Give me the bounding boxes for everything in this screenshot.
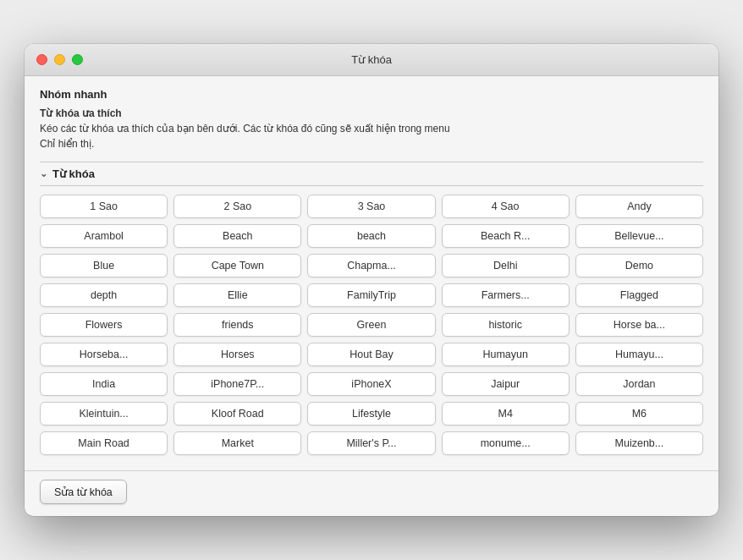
keyword-tag[interactable]: Cape Town <box>173 254 301 277</box>
keyword-tag[interactable]: beach <box>307 224 435 248</box>
keyword-tag[interactable]: Horses <box>173 343 301 366</box>
close-button[interactable] <box>36 54 47 65</box>
keyword-tag[interactable]: Horse ba... <box>575 313 703 337</box>
keyword-tag[interactable]: iPhoneX <box>307 372 435 396</box>
keyword-tag[interactable]: Demo <box>575 254 703 277</box>
keyword-tag[interactable]: FamilyTrip <box>307 283 435 307</box>
keyword-tag[interactable]: Market <box>173 431 301 455</box>
keyword-tag[interactable]: 3 Sao <box>307 195 435 218</box>
keyword-tag[interactable]: Ellie <box>173 283 301 307</box>
keyword-tag[interactable]: Chapma... <box>307 254 435 277</box>
content-area: Nhóm nhanh Từ khóa ưa thích Kéo các từ k… <box>25 76 718 470</box>
keyword-tag[interactable]: Green <box>307 313 435 337</box>
keyword-tag[interactable]: friends <box>173 313 301 337</box>
description-body: Kéo các từ khóa ưa thích của bạn bên dướ… <box>40 123 450 150</box>
keyword-tag[interactable]: Horseba... <box>40 343 168 366</box>
keywords-grid: 1 Sao2 Sao3 Sao4 SaoAndyArambolBeachbeac… <box>40 195 703 458</box>
window-title: Từ khóa <box>351 53 392 66</box>
keyword-tag[interactable]: Jordan <box>575 372 703 396</box>
keyword-tag[interactable]: India <box>40 372 168 396</box>
keyword-tag[interactable]: Lifestyle <box>307 402 435 425</box>
titlebar: Từ khóa <box>25 44 718 76</box>
keyword-tag[interactable]: Beach <box>173 224 301 248</box>
chevron-down-icon: ⌄ <box>40 168 47 179</box>
keyword-tag[interactable]: Flagged <box>575 283 703 307</box>
main-window: Từ khóa Nhóm nhanh Từ khóa ưa thích Kéo … <box>25 44 718 516</box>
minimize-button[interactable] <box>54 54 65 65</box>
group-label: Từ khóa <box>52 167 95 180</box>
keyword-tag[interactable]: Humayu... <box>575 343 703 366</box>
keyword-tag[interactable]: Muizenb... <box>575 431 703 455</box>
keyword-tag[interactable]: 1 Sao <box>40 195 168 218</box>
keyword-group-header: ⌄ Từ khóa <box>40 162 703 186</box>
section-header: Nhóm nhanh <box>40 88 703 101</box>
keyword-tag[interactable]: Delhi <box>442 254 570 277</box>
keyword-tag[interactable]: Kloof Road <box>173 402 301 425</box>
keyword-tag[interactable]: Flowers <box>40 313 168 337</box>
keyword-tag[interactable]: Miller's P... <box>307 431 435 455</box>
keyword-tag[interactable]: iPhone7P... <box>173 372 301 396</box>
keyword-tag[interactable]: Arambol <box>40 224 168 248</box>
keyword-tag[interactable]: Hout Bay <box>307 343 435 366</box>
keyword-tag[interactable]: historic <box>442 313 570 337</box>
edit-keywords-button[interactable]: Sửa từ khóa <box>40 480 127 504</box>
keyword-tag[interactable]: Jaipur <box>442 372 570 396</box>
footer: Sửa từ khóa <box>25 470 718 516</box>
keyword-tag[interactable]: Kleintuin... <box>40 402 168 425</box>
keyword-tag[interactable]: Main Road <box>40 431 168 455</box>
keyword-tag[interactable]: M4 <box>442 402 570 425</box>
maximize-button[interactable] <box>72 54 83 65</box>
keyword-tag[interactable]: depth <box>40 283 168 307</box>
description-text: Từ khóa ưa thích Kéo các từ khóa ưa thíc… <box>40 106 703 151</box>
keyword-tag[interactable]: Andy <box>575 195 703 218</box>
keyword-tag[interactable]: Beach R... <box>442 224 570 248</box>
favorites-title: Từ khóa ưa thích <box>40 107 122 119</box>
keyword-tag[interactable]: M6 <box>575 402 703 425</box>
keyword-tag[interactable]: Farmers... <box>442 283 570 307</box>
keyword-tag[interactable]: Humayun <box>442 343 570 366</box>
keyword-tag[interactable]: Blue <box>40 254 168 277</box>
traffic-lights <box>36 54 83 65</box>
keyword-tag[interactable]: 2 Sao <box>173 195 301 218</box>
keyword-tag[interactable]: 4 Sao <box>442 195 570 218</box>
keyword-tag[interactable]: Bellevue... <box>575 224 703 248</box>
keyword-tag[interactable]: monume... <box>442 431 570 455</box>
